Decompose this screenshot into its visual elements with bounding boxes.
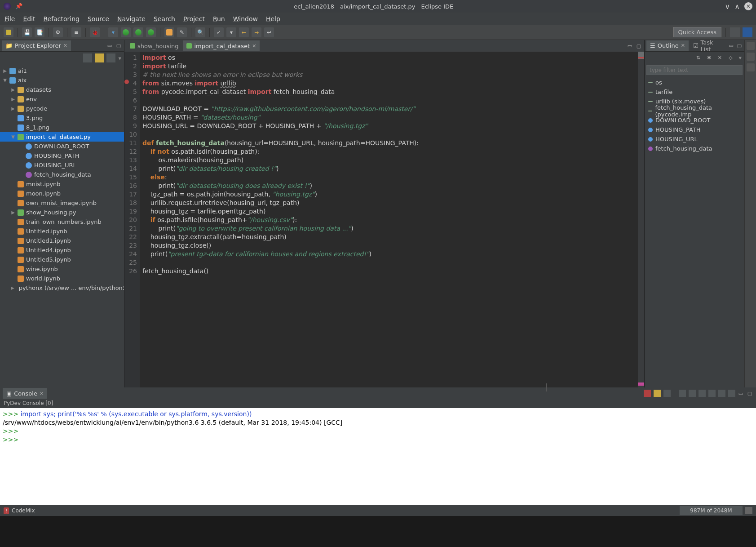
- debug-button[interactable]: 🐞: [90, 27, 100, 37]
- minimize-view-icon[interactable]: ▭: [106, 42, 113, 49]
- pin-console-button[interactable]: [708, 390, 716, 397]
- quick-access-button[interactable]: Quick Access: [673, 27, 721, 37]
- tree-item-moon-ipynb[interactable]: moon.ipynb: [0, 189, 124, 198]
- editor-tab-import_cal_dataset[interactable]: import_cal_dataset✕: [183, 40, 260, 51]
- project-tree[interactable]: ▶ai1▼aix▶datasets▶env▶pycode3.png8_1.png…: [0, 64, 124, 387]
- format-button[interactable]: ≡: [71, 27, 81, 37]
- error-marker-icon[interactable]: [124, 80, 129, 84]
- view-menu-icon[interactable]: ▾: [738, 54, 742, 61]
- display-console-button[interactable]: [718, 390, 725, 397]
- menu-search[interactable]: Search: [154, 15, 175, 22]
- save-all-button[interactable]: 📑: [35, 27, 44, 37]
- close-icon[interactable]: ✕: [63, 43, 67, 49]
- maximize-icon[interactable]: ∧: [734, 2, 740, 11]
- new-package-button[interactable]: [164, 27, 174, 37]
- close-icon[interactable]: ✕: [40, 391, 44, 396]
- tree-item-pycode[interactable]: ▶pycode: [0, 104, 124, 113]
- tree-item-show-housing-py[interactable]: ▶show_housing.py: [0, 208, 124, 217]
- trim-tasklist-icon[interactable]: [747, 63, 755, 71]
- toggle-mark-button[interactable]: ✓: [214, 27, 224, 37]
- outline-list[interactable]: ostarfileurllib (six.moves)fetch_housing…: [645, 77, 744, 154]
- editor-body[interactable]: 1234567891011121314151617181920212223242…: [124, 52, 644, 387]
- menu-refactoring[interactable]: Refactoring: [44, 15, 80, 22]
- new-button[interactable]: [4, 27, 13, 37]
- minimize-view-icon[interactable]: ▭: [737, 390, 744, 397]
- tree-item-housing-path[interactable]: HOUSING_PATH: [0, 151, 124, 160]
- close-icon[interactable]: ✕: [744, 2, 752, 10]
- console-output[interactable]: >>> import sys; print('%s %s' % (sys.exe…: [0, 408, 756, 505]
- menu-edit[interactable]: Edit: [23, 15, 35, 22]
- tree-item-wine-ipynb[interactable]: wine.ipynb: [0, 264, 124, 274]
- tree-item-train-own-numbers-ipynb[interactable]: train_own_numbers.ipynb: [0, 217, 124, 227]
- close-icon[interactable]: ✕: [252, 43, 256, 49]
- terminate-button[interactable]: [644, 390, 651, 397]
- error-overview-mark[interactable]: [638, 57, 644, 58]
- outline-item-fetch-housing-data[interactable]: fetch_housing_data: [645, 144, 744, 153]
- run-last-button[interactable]: [133, 27, 143, 37]
- tree-item-import-cal-dataset-py[interactable]: ▼import_cal_dataset.py: [0, 132, 124, 142]
- tree-item-ai1[interactable]: ▶ai1: [0, 66, 124, 76]
- menu-help[interactable]: Help: [266, 15, 280, 22]
- last-edit-button[interactable]: ↩: [264, 27, 274, 37]
- editor-scrollbar[interactable]: [638, 52, 644, 387]
- tree-item-datasets[interactable]: ▶datasets: [0, 85, 124, 94]
- menu-project[interactable]: Project: [183, 15, 205, 22]
- new-class-button[interactable]: ✎: [177, 27, 187, 37]
- maximize-view-icon[interactable]: ▢: [115, 42, 122, 49]
- menu-source[interactable]: Source: [88, 15, 109, 22]
- sort-button[interactable]: ⇅: [694, 54, 702, 61]
- link-editor-button[interactable]: [95, 53, 104, 62]
- minimize-icon[interactable]: ∨: [725, 2, 730, 11]
- run-button[interactable]: [121, 27, 131, 37]
- outline-item-housing-path[interactable]: HOUSING_PATH: [645, 125, 744, 134]
- outline-filter-input[interactable]: [646, 65, 743, 75]
- tree-item-housing-url[interactable]: HOUSING_URL: [0, 160, 124, 170]
- save-button[interactable]: 💾: [22, 27, 32, 37]
- maximize-view-icon[interactable]: ▢: [746, 390, 753, 397]
- open-console-button[interactable]: [728, 390, 735, 397]
- tree-item-mnist-ipynb[interactable]: mnist.ipynb: [0, 179, 124, 189]
- tree-item-fetch-housing-data[interactable]: fetch_housing_data: [0, 170, 124, 179]
- scroll-lock-button[interactable]: [689, 390, 696, 397]
- tree-item-untitled4-ipynb[interactable]: Untitled4.ipynb: [0, 245, 124, 255]
- pin-icon[interactable]: 📌: [15, 3, 22, 10]
- coverage-button[interactable]: [146, 27, 156, 37]
- tree-item-untitled5-ipynb[interactable]: Untitled5.ipynb: [0, 255, 124, 264]
- view-menu-icon[interactable]: ▾: [118, 55, 121, 62]
- remove-launch-button[interactable]: [654, 390, 661, 397]
- search-button[interactable]: 🔍: [195, 27, 205, 37]
- task-list-tab[interactable]: ☑ Task List: [690, 40, 725, 51]
- trim-minimize-icon[interactable]: [747, 42, 755, 50]
- hide-fields-button[interactable]: ✱: [705, 54, 712, 61]
- maximize-view-icon[interactable]: ▢: [736, 42, 743, 49]
- editor-tab-show_housing[interactable]: show_housing: [126, 40, 182, 51]
- menu-navigate[interactable]: Navigate: [117, 15, 146, 22]
- hide-static-button[interactable]: ✕: [716, 54, 723, 61]
- tree-item-download-root[interactable]: DOWNLOAD_ROOT: [0, 142, 124, 151]
- tree-item-3-png[interactable]: 3.png: [0, 113, 124, 123]
- tree-item-8-1-png[interactable]: 8_1.png: [0, 123, 124, 132]
- minimize-editor-icon[interactable]: ▭: [626, 42, 633, 49]
- tree-item-untitled1-ipynb[interactable]: Untitled1.ipynb: [0, 236, 124, 245]
- tree-item-env[interactable]: ▶env: [0, 94, 124, 104]
- word-wrap-button[interactable]: [699, 390, 706, 397]
- outline-item-housing-url[interactable]: HOUSING_URL: [645, 134, 744, 144]
- outline-item-os[interactable]: os: [645, 78, 744, 87]
- project-explorer-tab[interactable]: 📁 Project Explorer ✕: [2, 40, 71, 51]
- run-gc-button[interactable]: [745, 507, 752, 514]
- outline-item-fetch-housing-data-pycode-imp[interactable]: fetch_housing_data (pycode.imp: [645, 106, 744, 116]
- menu-window[interactable]: Window: [233, 15, 258, 22]
- focus-task-button[interactable]: [106, 53, 115, 62]
- tree-item-pythonx-srv-ww-env-bin-python3-6[interactable]: ▶pythonx (/srv/ww ... env/bin/python3.6: [0, 283, 124, 293]
- pydev-perspective-button[interactable]: [743, 27, 752, 37]
- console-tab[interactable]: ▣ Console ✕: [3, 388, 47, 399]
- open-perspective-button[interactable]: [730, 27, 740, 37]
- tree-item-aix[interactable]: ▼aix: [0, 76, 124, 85]
- error-badge-icon[interactable]: !: [4, 507, 9, 514]
- outline-tab[interactable]: ☰ Outline ✕: [646, 40, 689, 51]
- maximize-editor-icon[interactable]: ▢: [635, 42, 642, 49]
- forward-button[interactable]: →: [252, 27, 261, 37]
- collapse-all-button[interactable]: [83, 53, 92, 62]
- codemix-label[interactable]: CodeMix: [12, 507, 35, 514]
- tree-item-world-ipynb[interactable]: world.ipynb: [0, 274, 124, 283]
